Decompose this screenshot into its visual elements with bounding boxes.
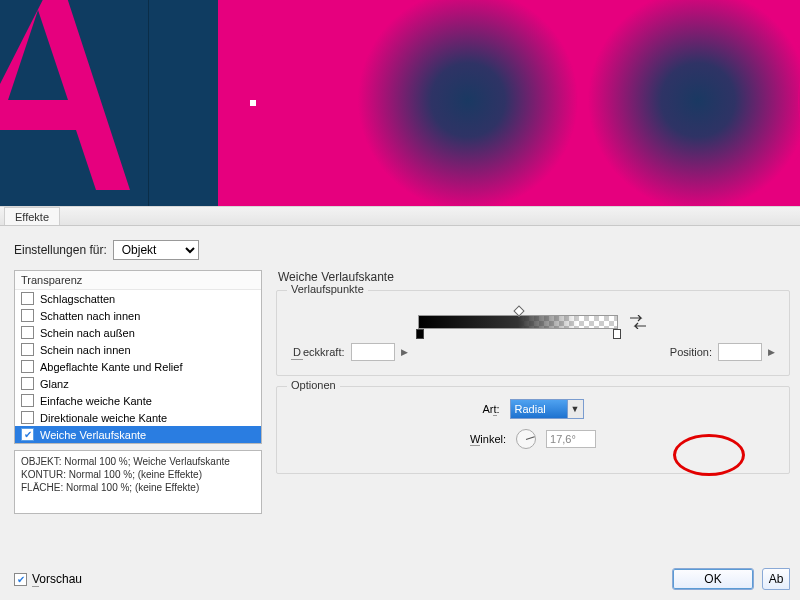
stepper-icon[interactable]: ▶ [401, 349, 408, 356]
effect-row: Einfache weiche Kante [15, 392, 261, 409]
chevron-down-icon: ▼ [567, 400, 583, 418]
effect-row: Schatten nach innen [15, 307, 261, 324]
vorschau-checkbox[interactable] [14, 573, 27, 586]
angle-dial[interactable] [516, 429, 536, 449]
effect-label: Schlagschatten [40, 293, 115, 305]
effect-row: Schein nach innen [15, 341, 261, 358]
dialog-body: Einstellungen für: Objekt Transparenz Sc… [0, 226, 800, 600]
gradient-stop-left[interactable] [416, 329, 424, 339]
vorschau-label: Vorschau [32, 572, 82, 586]
position-input[interactable] [718, 343, 762, 361]
effect-label: Einfache weiche Kante [40, 395, 152, 407]
cancel-button[interactable]: Ab [762, 568, 790, 590]
winkel-label: Winkel: [470, 433, 506, 445]
effect-checkbox[interactable] [21, 428, 34, 441]
effect-label: Abgeflachte Kante und Relief [40, 361, 183, 373]
effect-checkbox[interactable] [21, 326, 34, 339]
effect-checkbox[interactable] [21, 377, 34, 390]
effect-checkbox[interactable] [21, 411, 34, 424]
options-group: Optionen Art: Radial ▼ Winkel: [276, 386, 790, 474]
reverse-gradient-icon[interactable] [628, 313, 648, 331]
effect-row: Abgeflachte Kante und Relief [15, 358, 261, 375]
effect-checkbox[interactable] [21, 343, 34, 356]
winkel-input[interactable] [546, 430, 596, 448]
artboard-right [218, 0, 800, 206]
artboard-preview [0, 0, 800, 206]
effect-label: Weiche Verlaufskante [40, 429, 146, 441]
effect-label: Schein nach außen [40, 327, 135, 339]
effect-row: Glanz [15, 375, 261, 392]
effect-checkbox[interactable] [21, 309, 34, 322]
transparenz-header: Transparenz [15, 271, 261, 290]
options-legend: Optionen [287, 379, 340, 391]
effect-checkbox[interactable] [21, 394, 34, 407]
deckkraft-input[interactable] [351, 343, 395, 361]
dialog-titlebar: Effekte [0, 206, 800, 226]
effect-label: Schein nach innen [40, 344, 131, 356]
gradient-group: Verlaufspunkte Deckkraft: ▶ [276, 290, 790, 376]
gradient-stop-right[interactable] [613, 329, 621, 339]
art-value: Radial [515, 403, 546, 415]
effect-row-selected: Weiche Verlaufskante [15, 426, 261, 443]
art-select[interactable]: Radial ▼ [510, 399, 584, 419]
deckkraft-label: Deckkraft: [291, 346, 345, 358]
effect-label: Glanz [40, 378, 69, 390]
effects-summary: OBJEKT: Normal 100 %; Weiche Verlaufskan… [14, 450, 262, 514]
position-label: Position: [670, 346, 712, 358]
art-label: Art: [482, 403, 499, 415]
settings-for-select[interactable]: Objekt [113, 240, 199, 260]
effect-row: Schein nach außen [15, 324, 261, 341]
effect-row: Schlagschatten [15, 290, 261, 307]
ok-button[interactable]: OK [672, 568, 754, 590]
panel-title: Weiche Verlaufskante [278, 270, 790, 284]
gradient-midpoint[interactable] [513, 305, 524, 316]
effects-listbox[interactable]: Transparenz Schlagschatten Schatten nach… [14, 270, 262, 444]
selection-handle[interactable] [250, 100, 256, 106]
dialog-tab-effekte[interactable]: Effekte [4, 207, 60, 225]
gradient-ramp[interactable] [418, 315, 618, 329]
letter-a-glyph [0, 0, 160, 200]
settings-for-label: Einstellungen für: [14, 243, 107, 257]
effect-row: Direktionale weiche Kante [15, 409, 261, 426]
effect-label: Schatten nach innen [40, 310, 140, 322]
effect-label: Direktionale weiche Kante [40, 412, 167, 424]
artboard-left [0, 0, 218, 206]
effect-checkbox[interactable] [21, 360, 34, 373]
gradient-legend: Verlaufspunkte [287, 283, 368, 295]
stepper-icon[interactable]: ▶ [768, 349, 775, 356]
effect-checkbox[interactable] [21, 292, 34, 305]
